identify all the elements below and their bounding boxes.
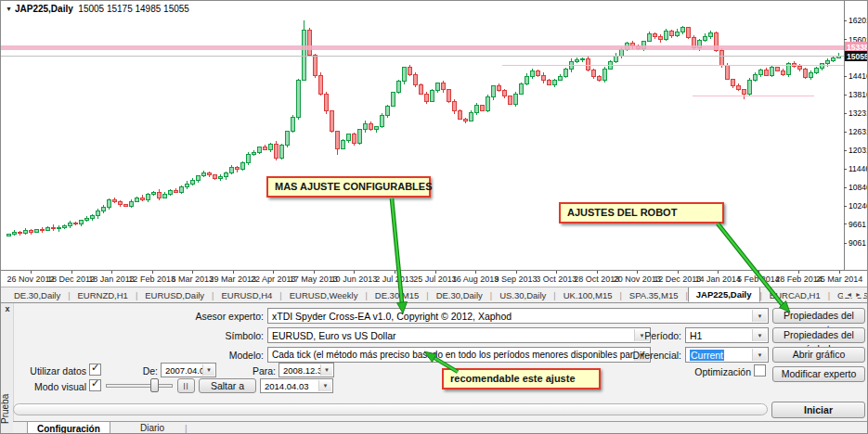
time-tick (314, 271, 315, 274)
candle-body (686, 28, 690, 38)
to-date-value: 2008.12.31 (283, 365, 320, 376)
symbol-tab-eurusd-weekly[interactable]: EURUSD,Weekly (282, 288, 366, 302)
candle-body (230, 168, 234, 172)
symbol-properties-button[interactable]: Propiedades del símbolo (772, 327, 865, 343)
candle-body (664, 31, 667, 39)
candle-body (469, 112, 473, 121)
time-tick (556, 271, 557, 274)
chevron-down-icon[interactable]: ▼ (752, 310, 767, 322)
candle-body (536, 70, 539, 75)
model-label: Modelo: (57, 350, 264, 361)
use-date-checkbox[interactable]: ✓ (89, 364, 101, 376)
chevron-down-icon[interactable]: ▼ (752, 329, 767, 341)
check-icon: ✓ (91, 362, 99, 374)
speed-slider-thumb[interactable] (150, 378, 159, 392)
spread-combo[interactable]: Current ▼ (685, 347, 769, 363)
start-button[interactable]: Iniciar (771, 402, 865, 418)
candle-body (608, 61, 612, 69)
tab-scroll-left-icon[interactable]: ◄ (846, 291, 855, 298)
price-tick-label: 9661 (849, 220, 866, 229)
candle-body (46, 227, 50, 230)
model-combo[interactable]: Cada tick (el método más preciso basado … (267, 347, 651, 363)
expert-combo[interactable]: xTDI Spyder Cross-EA v1.0, Copyright © 2… (267, 308, 769, 324)
candle-body (136, 198, 139, 201)
symbol-tab-eurusd-h4[interactable]: EURUSD,H4 (214, 288, 279, 302)
candle-body (486, 97, 489, 110)
candle-body (63, 225, 67, 227)
symbol-tab-eurusd-daily[interactable]: EURUSD,Daily (137, 288, 212, 302)
price-marker-label: 15338 (847, 43, 868, 52)
candle-body (180, 186, 184, 192)
tab-diario[interactable]: Diario (131, 421, 174, 434)
symbol-tab-de-30-daily[interactable]: DE.30,Daily (6, 288, 68, 302)
candle-body (375, 127, 379, 130)
candle-body (480, 105, 484, 110)
close-panel-icon[interactable]: x (3, 305, 12, 314)
symbol-combo[interactable]: EURUSD, Euro vs US Dollar ▼ (267, 327, 651, 343)
candle-body (58, 228, 61, 229)
pause-button[interactable]: || (177, 378, 195, 393)
open-chart-button[interactable]: Abrir gráfico (772, 347, 865, 363)
candle-body (403, 68, 407, 82)
symbol-tab-eurnzd-h1[interactable]: EURNZD,H1 (71, 288, 136, 302)
candle-body (797, 66, 801, 69)
from-date-value: 2007.04.03 (165, 365, 202, 376)
candle-body (653, 34, 656, 37)
candle-body (586, 58, 589, 70)
candle-body (731, 80, 734, 86)
skip-date-combo[interactable]: 2014.04.03 ▼ (260, 378, 333, 393)
expert-properties-button[interactable]: Propiedades del experto (772, 308, 865, 324)
symbol-tab-spa-35-m15[interactable]: SPA.35,M15 (622, 288, 686, 302)
candle-body (814, 68, 818, 72)
chevron-down-icon[interactable]: ▼ (202, 364, 214, 376)
optimization-checkbox[interactable] (754, 364, 766, 377)
speed-slider-track[interactable] (106, 384, 173, 388)
from-date-combo[interactable]: 2007.04.03 ▼ (161, 363, 216, 377)
candle-body (552, 80, 556, 84)
chevron-down-icon[interactable]: ▼ (752, 349, 767, 361)
candle-body (441, 83, 445, 90)
skip-to-button[interactable]: Saltar a (199, 378, 256, 393)
chart-ohlc-values: 15005 15175 14985 15055 (78, 4, 189, 14)
period-combo[interactable]: H1 ▼ (685, 327, 769, 343)
tab-scroll-right-icon[interactable]: ► (855, 291, 864, 298)
time-tick-label: 10 Jun 2013 (331, 274, 378, 284)
candle-body (303, 31, 306, 81)
candle-body (591, 70, 595, 76)
candle-body (381, 116, 384, 127)
candle-body (809, 73, 812, 78)
visual-mode-label: Modo visual (19, 381, 86, 392)
to-date-combo[interactable]: 2008.12.31 ▼ (279, 363, 334, 377)
symbol-tab-eurcad-h1[interactable]: EURCAD,H1 (762, 288, 828, 302)
symbol-dropdown-icon[interactable]: ▼ (6, 6, 12, 12)
candle-body (108, 199, 111, 207)
candle-body (575, 59, 578, 61)
symbol-tab-de-30-m15[interactable]: DE.30,M15 (368, 288, 427, 302)
modify-expert-button[interactable]: Modificar experto (772, 366, 865, 382)
strategy-tester-panel: x Prueba Asesor experto: xTDI Spyder Cro… (1, 302, 868, 434)
chevron-down-icon[interactable]: ▼ (320, 364, 332, 376)
model-combo-value: Cada tick (el método más preciso basado … (272, 350, 633, 360)
candle-body (314, 55, 317, 75)
time-tick (152, 271, 153, 274)
candle-body (175, 190, 178, 192)
price-tick-label: 10246 (849, 201, 868, 211)
symbol-tab-us-30-daily[interactable]: US.30,Daily (492, 288, 553, 302)
candle-body (308, 31, 312, 56)
chevron-down-icon[interactable]: ▼ (318, 380, 331, 391)
candle-body (564, 69, 567, 76)
price-tick-label: 13231 (849, 108, 868, 118)
symbol-tab-de-30-daily[interactable]: DE.30,Daily (429, 288, 490, 302)
candle-body (319, 75, 323, 94)
time-tick (597, 271, 598, 274)
tab-configuracion[interactable]: Configuración (27, 421, 110, 434)
symbol-tab-jap225-daily[interactable]: JAP225,Daily (688, 287, 760, 302)
candle-body (197, 176, 201, 181)
time-tick-label: 25 Mar 2014 (816, 274, 863, 284)
candle-body (247, 155, 251, 163)
candle-body (186, 184, 189, 186)
candle-body (163, 194, 167, 198)
symbol-tab-uk-100-m15[interactable]: UK.100,M15 (556, 288, 620, 302)
visual-mode-checkbox[interactable]: ✓ (89, 379, 101, 391)
candle-body (825, 60, 829, 63)
